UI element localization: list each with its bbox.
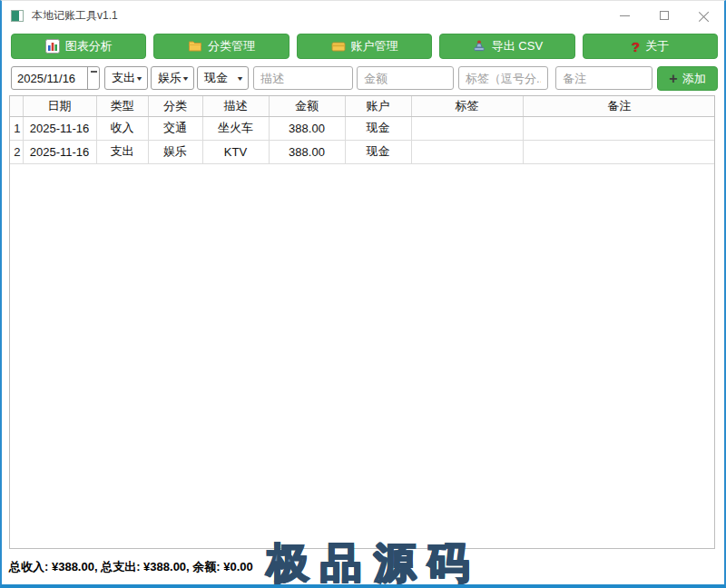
header-type[interactable]: 类型: [96, 96, 148, 116]
note-input[interactable]: [555, 66, 652, 90]
date-input[interactable]: 2025/11/16: [11, 66, 100, 90]
category-manage-button[interactable]: 分类管理: [153, 34, 289, 59]
toolbar: 图表分析 分类管理 账户管理 导出 CSV ? 关于: [11, 34, 718, 59]
table-cell[interactable]: 收入: [96, 116, 148, 140]
header-category[interactable]: 分类: [148, 96, 202, 116]
table-cell[interactable]: 388.00: [269, 116, 345, 140]
header-description[interactable]: 描述: [202, 96, 269, 116]
minimize-button[interactable]: [604, 1, 644, 30]
transactions-table: 日期 类型 分类 描述 金额 账户 标签 备注 12025-11-16收入交通坐…: [10, 96, 715, 164]
row-index-cell[interactable]: 2: [10, 140, 23, 163]
card-icon: [331, 39, 346, 54]
table-row[interactable]: 22025-11-16支出娱乐KTV388.00现金: [10, 140, 715, 163]
about-button[interactable]: ? 关于: [583, 34, 718, 59]
account-manage-label: 账户管理: [351, 38, 398, 54]
question-icon: ?: [632, 39, 640, 54]
table-cell[interactable]: 2025-11-16: [23, 140, 96, 163]
date-spinner[interactable]: [87, 67, 99, 89]
table-cell[interactable]: KTV: [202, 140, 269, 163]
chart-analysis-button[interactable]: 图表分析: [11, 34, 146, 59]
description-input[interactable]: [253, 66, 353, 90]
chart-icon: [45, 39, 60, 54]
about-label: 关于: [645, 38, 669, 54]
export-csv-button[interactable]: 导出 CSV: [439, 34, 574, 59]
category-select-value: 娱乐: [158, 70, 182, 86]
table-cell[interactable]: 支出: [96, 140, 148, 163]
row-number-header: [10, 96, 23, 116]
chevron-down-icon: ▼: [182, 75, 190, 82]
add-button-label: 添加: [682, 71, 706, 87]
title-bar: 本地记账工具v1.1: [2, 1, 724, 30]
window-controls: [604, 1, 724, 30]
plus-icon: +: [669, 72, 677, 86]
maximize-button[interactable]: [644, 1, 684, 30]
app-window: 本地记账工具v1.1 图表分析 分类管理 账户管理: [0, 0, 726, 588]
header-tags[interactable]: 标签: [411, 96, 523, 116]
close-button[interactable]: [684, 1, 724, 30]
account-select[interactable]: 现金 ▼: [197, 66, 249, 90]
table-cell[interactable]: 现金: [345, 140, 411, 163]
table-row[interactable]: 12025-11-16收入交通坐火车388.00现金: [10, 116, 715, 140]
summary-text: 总收入: ¥388.00, 总支出: ¥388.00, 余额: ¥0.00: [9, 559, 253, 575]
close-icon: [699, 10, 710, 21]
export-csv-label: 导出 CSV: [492, 38, 543, 54]
date-value: 2025/11/16: [12, 72, 87, 85]
folder-icon: [188, 39, 202, 54]
minimize-icon: [620, 15, 630, 16]
table-body: 12025-11-16收入交通坐火车388.00现金22025-11-16支出娱…: [10, 116, 715, 163]
type-select[interactable]: 支出 ▼: [104, 66, 148, 90]
category-select[interactable]: 娱乐 ▼: [151, 66, 194, 90]
account-select-value: 现金: [204, 70, 228, 86]
chart-analysis-label: 图表分析: [65, 38, 113, 54]
table-header-row: 日期 类型 分类 描述 金额 账户 标签 备注: [10, 96, 715, 116]
status-bar: 总收入: ¥388.00, 总支出: ¥388.00, 余额: ¥0.00: [9, 549, 717, 585]
table-cell[interactable]: [411, 116, 523, 140]
maximize-icon: [660, 11, 669, 20]
type-select-value: 支出: [112, 70, 135, 86]
table-cell[interactable]: 现金: [345, 116, 411, 140]
table-cell[interactable]: 388.00: [269, 140, 345, 163]
transactions-table-container: 日期 类型 分类 描述 金额 账户 标签 备注 12025-11-16收入交通坐…: [9, 95, 715, 549]
table-cell[interactable]: [411, 140, 523, 163]
app-icon: [11, 10, 24, 22]
amount-input[interactable]: [357, 66, 454, 90]
table-cell[interactable]: [523, 116, 715, 140]
chevron-down-icon: ▼: [135, 75, 143, 82]
table-cell[interactable]: 2025-11-16: [23, 116, 96, 140]
table-cell[interactable]: 坐火车: [202, 116, 269, 140]
header-amount[interactable]: 金额: [269, 96, 345, 116]
window-title: 本地记账工具v1.1: [32, 8, 118, 24]
row-index-cell[interactable]: 1: [10, 116, 23, 140]
category-manage-label: 分类管理: [208, 38, 255, 54]
header-account[interactable]: 账户: [345, 96, 411, 116]
header-note[interactable]: 备注: [523, 96, 715, 116]
tags-input[interactable]: [458, 66, 548, 90]
account-manage-button[interactable]: 账户管理: [297, 34, 432, 59]
add-button[interactable]: + 添加: [657, 66, 718, 91]
table-cell[interactable]: [523, 140, 715, 163]
table-cell[interactable]: 娱乐: [148, 140, 202, 163]
export-stamp-icon: [472, 39, 486, 54]
chevron-down-icon: ▼: [236, 75, 244, 82]
table-cell[interactable]: 交通: [148, 116, 202, 140]
header-date[interactable]: 日期: [23, 96, 96, 116]
entry-form: 2025/11/16 支出 ▼ 娱乐 ▼ 现金 ▼ + 添加: [2, 66, 726, 90]
